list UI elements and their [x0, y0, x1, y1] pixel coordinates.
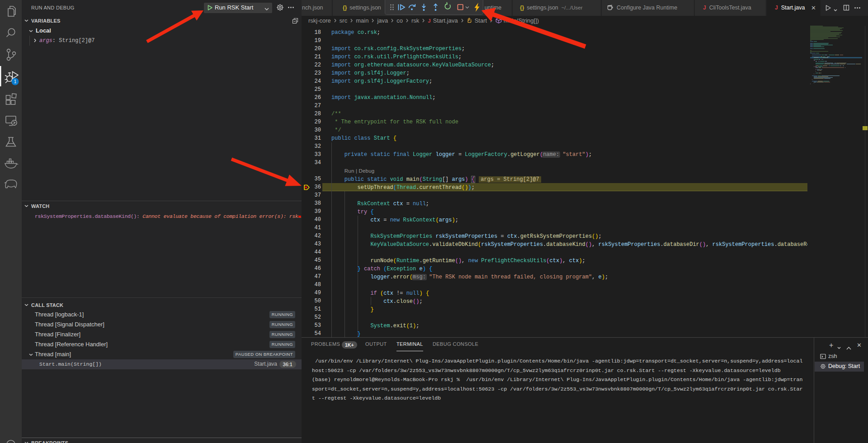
svg-text:1: 1 — [14, 79, 17, 84]
